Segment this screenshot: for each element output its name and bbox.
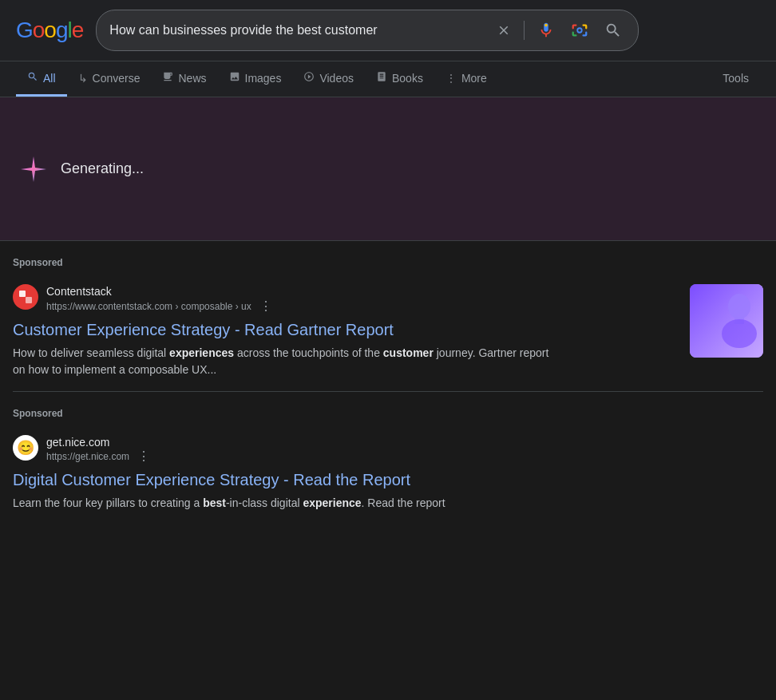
search-icon [604,22,622,39]
generating-text: Generating... [61,160,144,177]
svg-point-0 [544,24,548,27]
tab-more-label: More [461,72,487,85]
search-input[interactable] [109,23,485,38]
books-tab-icon [376,71,387,85]
ad-title-1[interactable]: Customer Experience Strategy - Read Gart… [13,319,677,340]
ad-result-2: 😊 get.nice.com https://get.nice.com ⋮ Di… [13,425,763,525]
svg-rect-3 [26,297,32,303]
news-tab-icon [162,71,173,85]
close-icon [497,23,511,38]
svg-point-1 [578,28,583,33]
svg-rect-2 [19,291,26,297]
ai-icon [19,155,48,184]
tab-all[interactable]: All [16,61,67,97]
svg-point-5 [728,294,750,319]
ad-url-2: https://get.nice.com [46,451,129,462]
ad-text-content-1: Contentstack https://www.contentstack.co… [13,284,677,378]
tools-tab[interactable]: Tools [711,62,760,97]
ad-menu-button-1[interactable]: ⋮ [256,300,275,313]
tab-news-label: News [178,72,206,85]
ad-favicon-1 [13,284,38,310]
lens-button[interactable] [568,18,592,42]
lens-icon [571,22,588,39]
divider [524,21,525,40]
header: Google [0,0,776,61]
ad-site-info-2: get.nice.com https://get.nice.com ⋮ [46,435,153,464]
clear-button[interactable] [493,20,514,41]
tab-news[interactable]: News [151,61,217,97]
voice-search-button[interactable] [534,18,558,42]
ad-site-info-1: Contentstack https://www.contentstack.co… [46,284,275,313]
search-button[interactable] [601,18,625,42]
search-tab-icon [27,71,38,85]
tab-images-label: Images [245,72,282,85]
tab-videos[interactable]: Videos [292,61,365,97]
ad-site-name-1: Contentstack [46,284,275,300]
ad-menu-button-2[interactable]: ⋮ [134,450,153,463]
search-bar [96,10,639,51]
ad-description-2: Learn the four key pillars to creating a… [13,495,556,512]
svg-rect-4 [690,284,763,358]
svg-point-7 [722,319,757,348]
converse-tab-icon: ↳ [78,72,88,85]
nav-tabs: All ↳ Converse News Images Videos Books … [0,61,776,97]
ad-result-1: Contentstack https://www.contentstack.co… [13,275,763,392]
tab-books[interactable]: Books [365,61,434,97]
results-area: Sponsored Contentstack [0,241,776,524]
tab-converse[interactable]: ↳ Converse [67,62,152,97]
ad-header-2: 😊 get.nice.com https://get.nice.com ⋮ [13,435,763,464]
sponsored-label-2: Sponsored [13,392,763,425]
images-tab-icon [229,71,240,85]
tab-videos-label: Videos [319,72,354,85]
ad-title-2[interactable]: Digital Customer Experience Strategy - R… [13,469,763,490]
tab-books-label: Books [392,72,423,85]
sponsored-label-1: Sponsored [13,241,763,275]
mic-icon [537,22,555,39]
tab-converse-label: Converse [93,72,141,85]
more-tab-icon: ⋮ [445,72,457,85]
ad-header-1: Contentstack https://www.contentstack.co… [13,284,677,313]
ad-url-1: https://www.contentstack.com › composabl… [46,301,251,312]
ad-thumbnail-1 [690,284,763,358]
tab-images[interactable]: Images [218,61,293,97]
ad-favicon-2: 😊 [13,435,38,461]
ai-generating-section: Generating... [0,97,776,241]
ad-site-name-2: get.nice.com [46,435,153,451]
tab-all-label: All [43,72,56,85]
ad-description-1: How to deliver seamless digital experien… [13,345,556,378]
google-logo: Google [16,18,83,43]
tab-more[interactable]: ⋮ More [434,62,498,97]
tools-tab-label: Tools [723,72,749,85]
videos-tab-icon [303,71,315,85]
